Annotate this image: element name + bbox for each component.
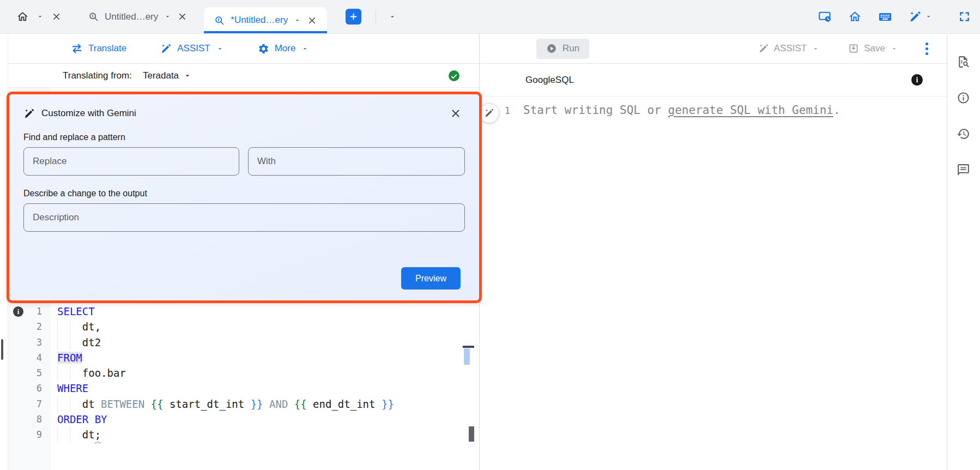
code-text: dt; [57,427,101,442]
info-icon[interactable]: i [911,74,923,86]
result-line-1: 1 Start writing SQL or generate SQL with… [480,104,947,117]
line-number: 8 [8,412,51,427]
save-label: Save [864,43,885,54]
gemini-pen-button[interactable] [479,103,499,123]
description-input[interactable] [23,203,465,232]
describe-change-label: Describe a change to the output [23,189,465,198]
save-icon [848,43,859,54]
close-icon[interactable] [177,11,187,22]
save-button[interactable]: Save [848,43,898,54]
chevron-down-icon [216,45,224,53]
history-icon[interactable] [957,127,970,141]
more-label: More [275,43,296,54]
code-text: SELECT [57,304,95,319]
code-line[interactable]: 4FROM [8,350,479,365]
add-tab-button[interactable] [346,9,361,25]
tab-overflow-caret[interactable] [388,13,397,21]
magic-pen-icon [758,43,769,54]
magic-pen-icon [160,43,172,55]
result-assist-button[interactable]: ASSIST [758,43,820,54]
generate-sql-link[interactable]: generate SQL with Gemini [668,104,833,117]
translate-button[interactable]: Translate [71,43,126,55]
home-icon[interactable] [16,10,29,23]
code-line[interactable]: 5 foo.bar [8,365,479,381]
scrollbar-highlight-mark [464,348,470,365]
code-line[interactable]: 7 dt BETWEEN {{ start_dt_int }} AND {{ e… [8,396,479,412]
gear-icon [258,43,269,55]
code-line[interactable]: 9 dt; [8,427,479,442]
tab-untitled-query[interactable]: Untitled…ery [80,4,195,30]
with-input[interactable] [248,147,465,176]
check-circle-icon [447,69,461,82]
gemini-menu[interactable] [909,10,933,23]
translate-label: Translate [88,43,126,54]
chevron-down-icon [812,45,820,53]
source-dialect-select[interactable]: Teradata [143,70,192,81]
code-text: dt, [57,319,101,334]
find-replace-row [23,147,465,176]
line-number: 4 [8,350,51,365]
line-number: 5 [8,365,51,381]
left-scroll-indicator[interactable] [1,339,3,360]
preview-button[interactable]: Preview [401,267,461,290]
close-icon[interactable] [450,107,462,119]
code-line[interactable]: 3 dt2 [8,335,479,350]
chevron-down-icon[interactable] [293,16,301,25]
divider [376,9,376,25]
chevron-down-icon [183,71,192,80]
play-circle-icon [546,43,557,54]
home-tab[interactable] [16,10,62,23]
keyboard-icon[interactable] [878,10,892,24]
fullscreen-icon[interactable] [958,10,971,23]
dialog-actions: Preview [23,267,465,290]
comment-icon[interactable] [957,163,970,177]
code-text: dt BETWEEN {{ start_dt_int }} AND {{ end… [57,396,394,412]
code-text: FROM [57,350,82,365]
chevron-down-icon [890,45,898,53]
tab-bar: Untitled…ery *Untitled…ery [0,0,980,34]
overview-ruler-mark [463,346,474,348]
editor-placeholder: Start writing SQL or generate SQL with G… [523,104,840,117]
result-toolbar: Run ASSIST Save [480,34,947,64]
code-line[interactable]: 2 dt, [8,319,479,334]
magic-pen-icon [23,108,35,119]
more-button[interactable]: More [258,43,310,55]
line-number: 9 [8,427,51,442]
dialog-title: Customize with Gemini [41,108,136,119]
chevron-down-icon[interactable] [164,13,172,21]
line-number: 1 [8,304,51,319]
code-text: ORDER BY [57,412,107,427]
result-code-editor[interactable]: 1 Start writing SQL or generate SQL with… [480,97,947,470]
code-lines: 1SELECT2 dt,3 dt24FROM5 foo.bar6WHERE7 d… [8,304,479,442]
assist-label: ASSIST [177,43,210,54]
info-outline-icon[interactable] [957,91,970,105]
code-text: foo.bar [57,365,126,381]
code-line[interactable]: 6WHERE [8,381,479,396]
line-number: 6 [8,381,51,396]
line-number: 7 [8,396,51,412]
more-options-menu-icon[interactable] [923,40,930,57]
source-toolbar: Translate ASSIST More [8,34,479,64]
replace-input[interactable] [23,147,239,176]
assist-button[interactable]: ASSIST [160,43,223,55]
googlesql-label: GoogleSQL [525,75,574,86]
close-icon[interactable] [307,15,317,26]
plus-icon [349,12,358,21]
query-icon [88,11,99,22]
translating-from-row: Translating from: Teradata [8,64,479,88]
tab-untitled-query-active[interactable]: *Untitled…ery [204,7,327,33]
devices-clock-icon[interactable] [818,10,832,23]
run-button[interactable]: Run [536,39,589,59]
find-replace-label: Find and replace a pattern [23,132,465,142]
source-dialect-value: Teradata [143,70,179,81]
editor-scrollbar-thumb[interactable] [469,426,474,442]
code-line[interactable]: 8ORDER BY [8,412,479,427]
close-icon[interactable] [51,11,62,22]
document-search-icon[interactable] [957,55,970,69]
home-icon[interactable] [848,10,862,23]
code-line[interactable]: 1SELECT [8,304,479,319]
translate-swap-icon [71,43,83,55]
line-number: 2 [8,319,51,334]
customize-with-gemini-dialog: Customize with Gemini Find and replace a… [7,92,482,303]
chevron-down-icon[interactable] [36,13,44,21]
